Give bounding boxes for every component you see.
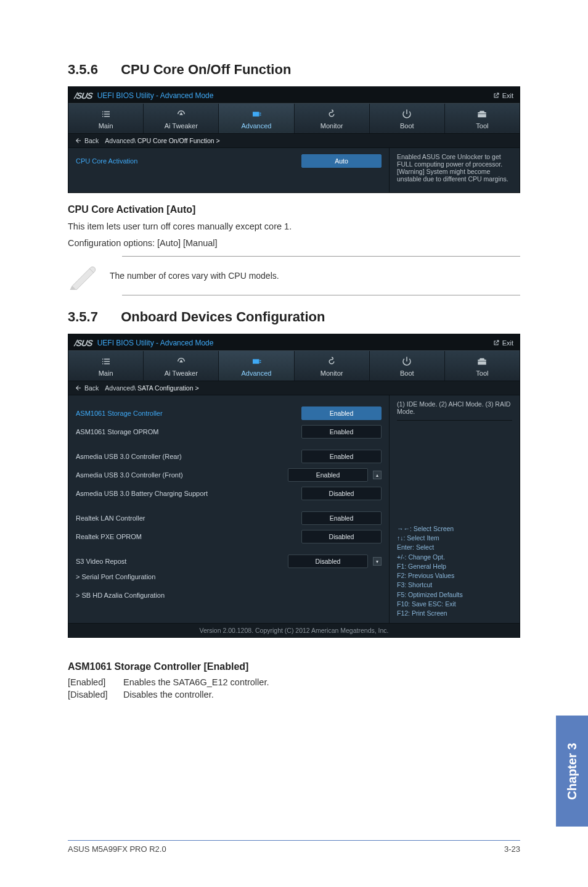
hint-line: ↑↓: Select Item xyxy=(397,534,512,543)
help-text: (1) IDE Mode. (2) AHCI Mode. (3) RAID Mo… xyxy=(397,400,512,421)
setting-value[interactable]: Enabled xyxy=(301,406,382,420)
setting-label: Asmedia USB 3.0 Controller (Rear) xyxy=(76,453,182,460)
chapter-tab: Chapter 3 xyxy=(556,716,588,827)
tab-monitor-label: Monitor xyxy=(321,122,343,130)
setting-realtek-pxe-oprom[interactable]: Realtek PXE OPROM Disabled xyxy=(76,530,382,543)
bios-footer: Version 2.00.1208. Copyright (C) 2012 Am… xyxy=(68,623,520,637)
tab-boot[interactable]: Boot xyxy=(370,104,445,133)
exit-button[interactable]: Exit xyxy=(492,92,513,99)
crumb-prefix: Advanced\ xyxy=(105,384,137,392)
bios-title: UEFI BIOS Utility - Advanced Mode xyxy=(97,339,214,347)
section-number: 3.5.7 xyxy=(68,309,117,325)
setting-asm1061-oprom[interactable]: ASM1061 Storage OPROM Enabled xyxy=(76,425,382,439)
tab-boot[interactable]: Boot xyxy=(370,351,445,381)
asus-logo: /SUS xyxy=(74,91,94,101)
bios-titlebar: /SUS UEFI BIOS Utility - Advanced Mode E… xyxy=(68,334,520,350)
setting-asmedia-usb-rear[interactable]: Asmedia USB 3.0 Controller (Rear) Enable… xyxy=(76,450,382,463)
tab-tool[interactable]: Tool xyxy=(445,351,520,381)
hint-line: F5: Optimized Defaults xyxy=(397,590,512,600)
hint-line: F1: General Help xyxy=(397,562,512,571)
def-key: [Enabled] xyxy=(68,677,123,687)
breadcrumb: Back Advanced\ CPU Core On/Off Function … xyxy=(68,133,520,148)
chapter-tab-label: Chapter 3 xyxy=(565,743,579,799)
pencil-icon xyxy=(68,262,101,290)
setting-value[interactable]: Disabled xyxy=(301,530,382,543)
tab-tool[interactable]: Tool xyxy=(445,104,520,133)
back-arrow-icon xyxy=(75,384,82,392)
setting-label: Asmedia USB 3.0 Controller (Front) xyxy=(76,471,183,479)
chip-icon xyxy=(251,356,262,367)
tab-tweaker-label: Ai Tweaker xyxy=(165,369,198,377)
setting-realtek-lan[interactable]: Realtek LAN Controller Enabled xyxy=(76,511,382,525)
exit-label: Exit xyxy=(502,92,513,99)
setting-value[interactable]: Enabled xyxy=(301,450,382,463)
tab-advanced[interactable]: Advanced xyxy=(219,104,294,133)
def-val: Disables the controller. xyxy=(123,690,214,699)
back-label: Back xyxy=(84,384,99,392)
setting-value[interactable]: Disabled xyxy=(301,487,382,500)
gauge-icon xyxy=(176,356,187,367)
setting-value[interactable]: Enabled xyxy=(301,511,382,525)
note-text: The number of cores vary with CPU models… xyxy=(110,271,279,281)
hint-line: F12: Print Screen xyxy=(397,609,512,618)
fan-icon xyxy=(326,109,337,120)
hint-line: F3: Shortcut xyxy=(397,580,512,590)
submenu-sb-azalia[interactable]: SB HD Azalia Configuration xyxy=(76,592,382,599)
setting-value[interactable]: Auto xyxy=(301,154,382,168)
bios-title: UEFI BIOS Utility - Advanced Mode xyxy=(97,91,214,100)
back-button[interactable]: Back xyxy=(75,137,99,144)
body-text: This item lets user turn off cores manua… xyxy=(68,220,520,233)
section-heading-357: 3.5.7 Onboard Devices Configuration xyxy=(68,309,520,325)
setting-label: CPU Core Activation xyxy=(76,157,137,165)
back-button[interactable]: Back xyxy=(75,384,99,392)
exit-button[interactable]: Exit xyxy=(492,339,513,347)
tab-main-label: Main xyxy=(99,369,113,377)
back-label: Back xyxy=(84,137,99,144)
breadcrumb: Back Advanced\ SATA Configuration > xyxy=(68,381,520,395)
hint-line: +/-: Change Opt. xyxy=(397,553,512,562)
page-footer: ASUS M5A99FX PRO R2.0 3-23 xyxy=(68,840,520,854)
setting-cpu-core-activation[interactable]: CPU Core Activation Auto xyxy=(76,154,382,168)
section-number: 3.5.6 xyxy=(68,62,117,78)
fan-icon xyxy=(326,356,337,367)
tab-main[interactable]: Main xyxy=(68,104,144,133)
setting-label: Realtek PXE OPROM xyxy=(76,533,142,540)
tab-main-label: Main xyxy=(99,122,113,130)
section-heading-356: 3.5.6 CPU Core On/Off Function xyxy=(68,62,520,78)
setting-value[interactable]: Disabled xyxy=(288,555,368,568)
asus-logo: /SUS xyxy=(74,338,94,348)
tab-advanced-label: Advanced xyxy=(241,122,271,130)
bios-panel-onboard: /SUS UEFI BIOS Utility - Advanced Mode E… xyxy=(68,334,520,638)
setting-label: ASM1061 Storage OPROM xyxy=(76,428,159,435)
setting-s3-video-repost[interactable]: S3 Video Repost Disabled ▾ xyxy=(76,555,382,568)
crumb-prefix: Advanced\ xyxy=(105,137,137,144)
tab-tweaker[interactable]: Ai Tweaker xyxy=(144,104,219,133)
subheading-asm1061: ASM1061 Storage Controller [Enabled] xyxy=(68,661,520,672)
setting-value[interactable]: Enabled xyxy=(288,468,368,482)
scroll-down-handle[interactable]: ▾ xyxy=(373,557,382,566)
setting-value[interactable]: Enabled xyxy=(301,425,382,439)
note-block: The number of cores vary with CPU models… xyxy=(122,256,520,295)
tab-advanced[interactable]: Advanced xyxy=(219,351,294,381)
toolbox-icon xyxy=(476,356,488,367)
hint-line: F2: Previous Values xyxy=(397,571,512,580)
body-text: Configuration options: [Auto] [Manual] xyxy=(68,237,520,250)
scroll-up-handle[interactable]: ▴ xyxy=(373,471,382,479)
setting-asmedia-battery-charging[interactable]: Asmedia USB 3.0 Battery Charging Support… xyxy=(76,487,382,500)
bios-tabs: Main Ai Tweaker Advanced Monitor Boot To… xyxy=(68,103,520,133)
tab-tweaker[interactable]: Ai Tweaker xyxy=(144,351,219,381)
submenu-serial-port[interactable]: Serial Port Configuration xyxy=(76,573,382,580)
bios-panel-cpucore: /SUS UEFI BIOS Utility - Advanced Mode E… xyxy=(68,86,520,193)
key-hints: →←: Select Screen ↑↓: Select Item Enter:… xyxy=(397,524,512,618)
tab-monitor[interactable]: Monitor xyxy=(295,104,370,133)
tab-tweaker-label: Ai Tweaker xyxy=(165,122,198,130)
tab-monitor[interactable]: Monitor xyxy=(295,351,370,381)
setting-asmedia-usb-front[interactable]: Asmedia USB 3.0 Controller (Front) Enabl… xyxy=(76,468,382,482)
definition-list: [Enabled] Enables the SATA6G_E12 control… xyxy=(68,677,520,699)
toolbox-icon xyxy=(476,109,488,120)
exit-icon xyxy=(492,339,500,347)
setting-label: Realtek LAN Controller xyxy=(76,514,145,522)
help-text: Enabled ASUS Core Unlocker to get FULL c… xyxy=(389,148,520,192)
setting-asm1061-controller[interactable]: ASM1061 Storage Controller Enabled xyxy=(76,406,382,420)
tab-main[interactable]: Main xyxy=(68,351,144,381)
